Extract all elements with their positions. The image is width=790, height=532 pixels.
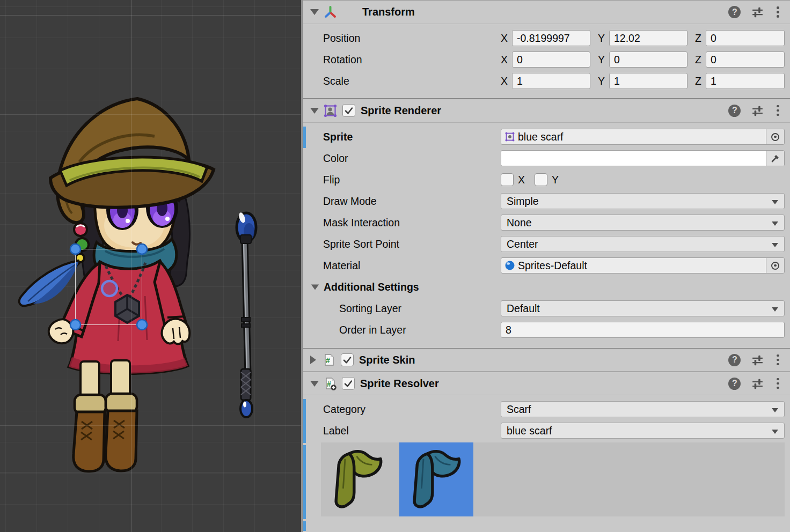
sprite-variant-strip [321, 442, 785, 516]
rotation-y-field[interactable] [609, 51, 687, 68]
foldout-icon[interactable] [310, 381, 319, 387]
foldout-icon [311, 284, 319, 290]
staff-sprite[interactable] [237, 212, 256, 417]
material-sphere-icon [504, 260, 515, 271]
category-label: Category [323, 403, 501, 416]
script-plus-icon: # [323, 376, 337, 390]
flip-y-label: Y [552, 174, 559, 186]
draw-mode-dropdown[interactable]: Simple [501, 193, 785, 209]
help-icon[interactable]: ? [728, 105, 741, 117]
flip-x-checkbox[interactable] [501, 173, 514, 186]
material-object-field[interactable]: Sprites-Default [501, 257, 785, 274]
axis-y-label: Y [598, 75, 605, 87]
more-menu-icon[interactable] [774, 104, 781, 117]
mask-interaction-value: None [507, 217, 532, 229]
component-enabled-checkbox[interactable] [342, 104, 355, 117]
order-in-layer-field[interactable] [501, 322, 785, 338]
scene-canvas [0, 0, 301, 532]
object-picker-icon [771, 133, 779, 141]
component-enabled-checkbox[interactable] [341, 353, 354, 366]
more-menu-icon[interactable] [774, 377, 781, 390]
mask-interaction-label: Mask Interaction [323, 217, 501, 229]
component-enabled-checkbox[interactable] [342, 377, 355, 390]
sorting-layer-value: Default [507, 302, 540, 315]
component-title: Transform [362, 6, 415, 18]
order-in-layer-row: Order in Layer [303, 319, 790, 341]
sprite-sort-point-value: Center [507, 238, 538, 250]
scale-y-field[interactable] [609, 73, 687, 89]
sprite-skin-header[interactable]: # Sprite Skin ? [303, 348, 790, 372]
presets-icon[interactable] [751, 353, 764, 367]
transform-body: Position X Y Z Rotation X Y Z Scale X Y … [303, 24, 790, 98]
rotation-x-field[interactable] [512, 51, 590, 68]
material-object-name: Sprites-Default [518, 260, 587, 272]
sprite-sort-point-dropdown[interactable]: Center [501, 236, 785, 252]
axis-z-label: Z [695, 75, 701, 87]
thumbnail-blue-scarf-selected[interactable] [399, 442, 473, 516]
label-label: Label [323, 425, 501, 437]
flip-x-label: X [518, 174, 525, 186]
position-z-field[interactable] [706, 30, 785, 46]
axis-x-label: X [501, 32, 508, 45]
flip-row: Flip X Y [303, 169, 790, 190]
sprite-mini-icon [504, 131, 515, 142]
label-value: blue scarf [507, 425, 552, 437]
color-swatch-field[interactable] [501, 150, 785, 166]
sprite-resolver-header[interactable]: # Sprite Resolver ? [303, 372, 790, 395]
help-icon[interactable]: ? [728, 378, 741, 390]
label-dropdown[interactable]: blue scarf [501, 423, 785, 439]
scene-view[interactable] [0, 0, 301, 532]
object-picker-button[interactable] [766, 258, 784, 273]
eyedropper-icon [770, 153, 781, 164]
mask-interaction-row: Mask Interaction None [303, 212, 790, 233]
sprite-label: Sprite [323, 131, 501, 143]
presets-icon[interactable] [751, 377, 764, 390]
axis-y-label: Y [598, 32, 605, 45]
green-scarf-sprite [326, 447, 390, 512]
position-x-field[interactable] [512, 30, 590, 46]
presets-icon[interactable] [751, 104, 764, 117]
foldout-icon[interactable] [310, 356, 316, 364]
override-bar-resolver-3 [303, 521, 306, 531]
inspector-panel: Transform ? Position X Y Z Rotation X Y [303, 0, 790, 532]
flip-y-checkbox[interactable] [535, 173, 547, 186]
sprite-renderer-body: Sprite blue scarf Color [303, 123, 790, 348]
help-icon[interactable]: ? [728, 6, 741, 18]
sprite-resolver-body: Category Scarf Label blue scarf [303, 395, 790, 516]
object-picker-icon [771, 262, 779, 270]
object-picker-button[interactable] [766, 129, 784, 144]
help-icon[interactable]: ? [728, 354, 741, 366]
thumbnail-green-scarf[interactable] [321, 442, 395, 516]
component-title: Sprite Renderer [361, 105, 441, 117]
svg-text:#: # [326, 356, 330, 365]
additional-settings-foldout[interactable]: Additional Settings [303, 276, 790, 298]
override-bar-sprite [303, 127, 306, 148]
eyedropper-button[interactable] [766, 151, 784, 166]
transform-header[interactable]: Transform ? [303, 0, 790, 24]
foldout-icon[interactable] [310, 108, 319, 114]
scale-x-field[interactable] [512, 73, 590, 89]
sorting-layer-dropdown[interactable]: Default [501, 300, 785, 316]
draw-mode-row: Draw Mode Simple [303, 190, 790, 212]
override-bar-resolver [303, 399, 306, 443]
color-label: Color [323, 152, 501, 165]
character-legs-boots [74, 360, 137, 471]
position-y-field[interactable] [609, 30, 687, 46]
pivot-handle[interactable] [102, 281, 117, 296]
sprite-object-field[interactable]: blue scarf [501, 129, 785, 145]
flip-label: Flip [323, 174, 501, 186]
more-menu-icon[interactable] [774, 5, 781, 19]
scale-z-field[interactable] [706, 73, 785, 89]
axis-z-label: Z [695, 54, 701, 66]
category-dropdown[interactable]: Scarf [501, 401, 785, 417]
mask-interaction-dropdown[interactable]: None [501, 215, 785, 231]
foldout-icon[interactable] [310, 9, 319, 15]
rotation-z-field[interactable] [706, 51, 785, 68]
blue-scarf-sprite [404, 447, 469, 512]
draw-mode-value: Simple [507, 195, 539, 208]
character-hat [50, 99, 214, 223]
override-bar-resolver-2 [303, 445, 306, 519]
sprite-renderer-header[interactable]: Sprite Renderer ? [303, 98, 790, 123]
more-menu-icon[interactable] [774, 353, 781, 367]
presets-icon[interactable] [751, 5, 764, 19]
